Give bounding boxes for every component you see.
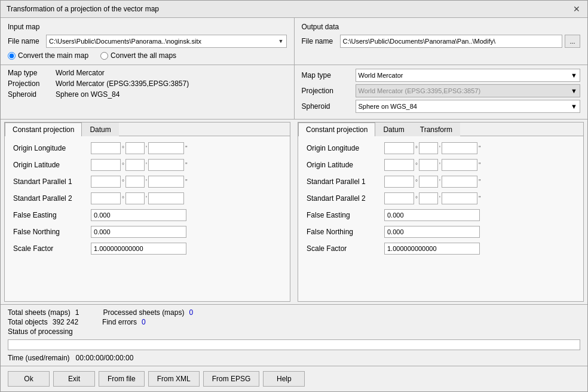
output-file-combo[interactable]: C:\Users\Public\Documents\Panorama\Pan..… bbox=[340, 35, 563, 48]
right-spheroid-arrow: ▼ bbox=[571, 103, 577, 110]
right-scale-factor-input[interactable] bbox=[384, 243, 480, 255]
left-origin-longitude-deg[interactable] bbox=[91, 142, 121, 154]
rdeg-sym1: ° bbox=[415, 145, 418, 152]
time-label: Time (used/remain) bbox=[8, 354, 70, 362]
right-map-type-val: World Mercator bbox=[359, 72, 403, 79]
right-map-type-combo[interactable]: World Mercator ▼ bbox=[356, 69, 581, 82]
time-val: 00:00:00/00:00:00 bbox=[76, 354, 134, 362]
right-standart-parallel1-dms: ° ' " bbox=[384, 176, 480, 188]
status-of-processing-label: Status of processing bbox=[8, 327, 73, 336]
browse-button[interactable]: ... bbox=[565, 35, 580, 48]
right-projection-arrow: ▼ bbox=[571, 87, 577, 94]
left-false-easting-label: False Easting bbox=[13, 211, 91, 219]
right-origin-longitude-deg[interactable] bbox=[384, 142, 414, 154]
deg-sym4: ° bbox=[122, 195, 124, 202]
left-origin-longitude-sec[interactable] bbox=[148, 142, 184, 154]
left-standart-parallel2-label: Standart Parallel 2 bbox=[13, 194, 91, 203]
left-standart-parallel1-deg[interactable] bbox=[91, 176, 121, 188]
left-projection-key: Projection bbox=[8, 79, 56, 88]
sec-sym2: " bbox=[185, 162, 188, 169]
exit-button[interactable]: Exit bbox=[53, 371, 95, 387]
total-objects-key: Total objects bbox=[8, 318, 48, 326]
right-standart-parallel2-sec[interactable] bbox=[442, 192, 477, 204]
right-origin-latitude-dms: ° ' " bbox=[384, 159, 480, 171]
processed-sheets-key: Processed sheets (maps) bbox=[103, 308, 184, 317]
min-sym1: ' bbox=[146, 145, 147, 152]
left-false-easting-input[interactable] bbox=[91, 209, 186, 221]
right-tab-transform[interactable]: Transform bbox=[412, 122, 460, 136]
right-scale-factor-row: Scale Factor bbox=[307, 243, 575, 255]
left-standart-parallel1-min[interactable] bbox=[125, 176, 145, 188]
close-button[interactable]: ✕ bbox=[572, 4, 581, 14]
left-standart-parallel1-row: Standart Parallel 1 ° ' " bbox=[13, 176, 281, 188]
left-standart-parallel2-row: Standart Parallel 2 ° ' bbox=[13, 192, 281, 204]
right-projection-combo[interactable]: World Mercator (EPSG:3395,EPSG:3857) ▼ bbox=[356, 84, 581, 97]
total-objects-val: 392 242 bbox=[53, 318, 78, 326]
input-file-combo[interactable]: C:\Users\Public\Documents\Panorama..\nog… bbox=[46, 35, 287, 48]
left-origin-latitude-row: Origin Latitude ° ' " bbox=[13, 159, 281, 171]
right-false-northing-row: False Northing bbox=[307, 226, 575, 238]
right-origin-latitude-sec[interactable] bbox=[442, 159, 477, 171]
output-data-panel: Output data File name C:\Users\Public\Do… bbox=[295, 18, 588, 65]
right-origin-latitude-min[interactable] bbox=[419, 159, 438, 171]
right-spheroid-row: Spheroid Sphere on WGS_84 ▼ bbox=[302, 100, 581, 113]
total-sheets-item: Total sheets (maps) 1 bbox=[8, 308, 79, 317]
total-objects-item: Total objects 392 242 bbox=[8, 318, 78, 326]
left-projection-val: World Mercator (EPSG:3395,EPSG:3857) bbox=[56, 79, 189, 88]
right-projection-row: Projection World Mercator (EPSG:3395,EPS… bbox=[302, 84, 581, 97]
output-data-title: Output data bbox=[302, 23, 581, 31]
status-row-1: Total sheets (maps) 1 Processed sheets (… bbox=[8, 308, 580, 317]
left-projection-row: Projection World Mercator (EPSG:3395,EPS… bbox=[8, 79, 287, 88]
radio-all-maps-input[interactable] bbox=[100, 52, 108, 60]
radio-main-map[interactable]: Convert the main map bbox=[8, 51, 88, 60]
right-spheroid-combo[interactable]: Sphere on WGS_84 ▼ bbox=[356, 100, 581, 113]
left-origin-latitude-deg[interactable] bbox=[91, 159, 121, 171]
left-origin-latitude-sec[interactable] bbox=[148, 159, 184, 171]
right-standart-parallel1-sec[interactable] bbox=[442, 176, 477, 188]
right-standart-parallel1-min[interactable] bbox=[419, 176, 438, 188]
left-origin-latitude-min[interactable] bbox=[125, 159, 145, 171]
from-xml-button[interactable]: From XML bbox=[148, 371, 200, 387]
right-false-northing-input[interactable] bbox=[384, 226, 480, 238]
left-standart-parallel1-dms: ° ' " bbox=[91, 176, 187, 188]
status-row-3: Status of processing bbox=[8, 327, 580, 336]
radio-all-maps[interactable]: Convert the all maps bbox=[100, 51, 176, 60]
radio-all-maps-label: Convert the all maps bbox=[111, 51, 176, 60]
right-standart-parallel2-label: Standart Parallel 2 bbox=[307, 194, 384, 203]
right-standart-parallel2-min[interactable] bbox=[419, 192, 438, 204]
left-standart-parallel2-deg[interactable] bbox=[91, 192, 121, 204]
rsec-sym3: " bbox=[479, 179, 481, 185]
right-scale-factor-label: Scale Factor bbox=[307, 244, 384, 253]
from-epsg-button[interactable]: From EPSG bbox=[203, 371, 260, 387]
left-map-type-row: Map type World Mercator bbox=[8, 69, 287, 77]
left-tab-constant[interactable]: Constant projection bbox=[5, 122, 82, 136]
total-sheets-val: 1 bbox=[75, 308, 79, 317]
right-origin-latitude-deg[interactable] bbox=[384, 159, 414, 171]
right-tab-constant[interactable]: Constant projection bbox=[298, 122, 375, 136]
left-standart-parallel2-sec[interactable] bbox=[148, 192, 184, 204]
left-standart-parallel2-min[interactable] bbox=[125, 192, 145, 204]
right-origin-longitude-min[interactable] bbox=[419, 142, 438, 154]
rmin-sym4: ' bbox=[439, 195, 440, 202]
right-standart-parallel2-deg[interactable] bbox=[384, 192, 414, 204]
right-standart-parallel1-deg[interactable] bbox=[384, 176, 414, 188]
right-false-easting-row: False Easting bbox=[307, 209, 575, 221]
right-false-easting-input[interactable] bbox=[384, 209, 480, 221]
main-window: Transformation of a projection of the ve… bbox=[0, 0, 588, 392]
left-origin-longitude-min[interactable] bbox=[125, 142, 145, 154]
help-button[interactable]: Help bbox=[263, 371, 305, 387]
top-panels: Input map File name C:\Users\Public\Docu… bbox=[1, 18, 587, 65]
left-scale-factor-label: Scale Factor bbox=[13, 244, 91, 253]
ok-button[interactable]: Ok bbox=[8, 371, 50, 387]
right-origin-longitude-sec[interactable] bbox=[442, 142, 477, 154]
left-tab-datum[interactable]: Datum bbox=[82, 122, 118, 136]
left-standart-parallel1-sec[interactable] bbox=[148, 176, 184, 188]
min-sym2: ' bbox=[146, 162, 147, 169]
from-file-button[interactable]: From file bbox=[99, 371, 145, 387]
right-projection-val: World Mercator (EPSG:3395,EPSG:3857) bbox=[359, 87, 481, 94]
left-false-northing-input[interactable] bbox=[91, 226, 186, 238]
right-tab-datum[interactable]: Datum bbox=[375, 122, 412, 136]
left-scale-factor-input[interactable] bbox=[91, 243, 186, 255]
tabs-area: Constant projection Datum Origin Longitu… bbox=[1, 120, 587, 304]
radio-main-map-input[interactable] bbox=[8, 52, 16, 60]
